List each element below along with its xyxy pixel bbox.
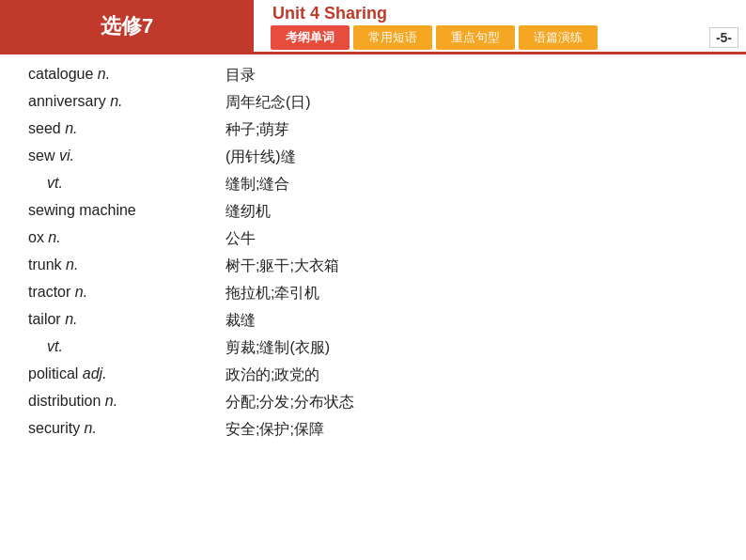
tab-0[interactable]: 考纲单词 — [271, 25, 350, 50]
vocab-en-4: vt. — [28, 175, 225, 194]
header-right: Unit 4 Sharing 考纲单词常用短语重点句型语篇演练-5- — [254, 0, 746, 52]
unit-title: Unit 4 Sharing — [263, 0, 746, 25]
vocab-cn-0: 目录 — [225, 66, 718, 86]
vocab-en-10: vt. — [28, 338, 225, 358]
vocab-cn-4: 缝制;缝合 — [225, 175, 718, 194]
vocab-en-9: tailor n. — [28, 311, 225, 331]
vocab-cn-5: 缝纫机 — [225, 202, 718, 222]
vocab-en-11: political adj. — [28, 366, 225, 385]
page-number: -5- — [709, 27, 738, 48]
vocab-cn-10: 剪裁;缝制(衣服) — [225, 338, 718, 358]
vocab-en-8: tractor n. — [28, 284, 225, 303]
vocab-cn-2: 种子;萌芽 — [225, 120, 718, 140]
header: 选修7 Unit 4 Sharing 考纲单词常用短语重点句型语篇演练-5- — [0, 0, 746, 52]
tabs-row: 考纲单词常用短语重点句型语篇演练-5- — [263, 25, 746, 50]
tab-2[interactable]: 重点句型 — [436, 25, 515, 50]
vocab-en-7: trunk n. — [28, 257, 225, 276]
vocab-cn-1: 周年纪念(日) — [225, 93, 718, 113]
vocab-cn-3: (用针线)缝 — [225, 148, 718, 167]
subject-label: 选修7 — [101, 12, 153, 40]
vocab-cn-6: 公牛 — [225, 229, 718, 249]
tab-3[interactable]: 语篇演练 — [519, 25, 598, 50]
subject-label-container: 选修7 — [0, 0, 254, 52]
vocab-en-12: distribution n. — [28, 393, 225, 412]
vocab-cn-7: 树干;躯干;大衣箱 — [225, 257, 718, 276]
vocab-cn-12: 分配;分发;分布状态 — [225, 393, 718, 412]
vocab-cn-13: 安全;保护;保障 — [225, 420, 718, 440]
vocab-en-5: sewing machine — [28, 202, 225, 222]
vocab-en-3: sew vi. — [28, 148, 225, 167]
vocab-en-13: security n. — [28, 420, 225, 440]
vocab-cn-8: 拖拉机;牵引机 — [225, 284, 718, 303]
vocab-cn-9: 裁缝 — [225, 311, 718, 331]
vocab-list: catalogue n.目录anniversary n.周年纪念(日)seed … — [0, 54, 746, 440]
vocab-cn-11: 政治的;政党的 — [225, 366, 718, 385]
vocab-en-0: catalogue n. — [28, 66, 225, 86]
vocab-en-2: seed n. — [28, 120, 225, 140]
tab-1[interactable]: 常用短语 — [353, 25, 432, 50]
vocab-en-6: ox n. — [28, 229, 225, 249]
vocab-en-1: anniversary n. — [28, 93, 225, 113]
